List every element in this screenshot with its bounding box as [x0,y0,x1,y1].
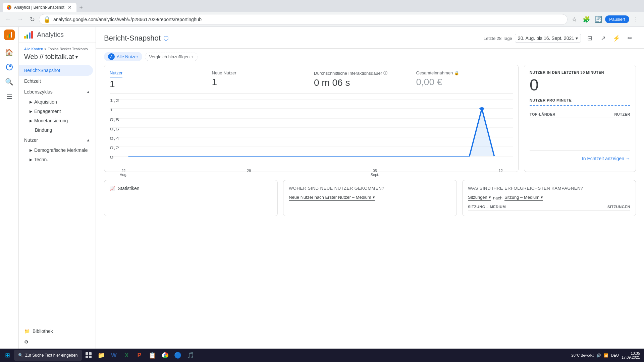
taskbar-powerpoint[interactable]: P [133,349,146,361]
back-button[interactable]: ← [3,14,13,25]
sidebar-item-akquisition[interactable]: ▶ Akquisition [19,97,96,107]
nutzer-title: Nutzer [24,137,38,143]
sidebar-section-lebenszyklus[interactable]: Lebenszyklus ▲ [19,86,96,97]
bookmark-icon[interactable]: ☆ [569,14,580,25]
filter-avatar: A [108,53,115,60]
configure-icon[interactable]: ☰ [3,90,16,103]
browser-tab[interactable]: Analytics | Bericht-Snapshot ✕ [3,3,76,12]
taskbar-app5[interactable]: 📋 [146,349,158,361]
sidebar-item-echtzeit[interactable]: Echtzeit [19,76,93,86]
new-users-card-title: WOHER SIND NEUE NUTZER GEKOMMEN? [289,186,451,191]
akquisition-expand-icon: ▶ [30,100,32,104]
svg-text:0,4: 0,4 [110,136,119,140]
add-comparison-button[interactable]: Vergleich hinzufügen + [145,53,198,61]
taskbar-search-icon: 🔍 [18,353,23,358]
active-filter-chip[interactable]: A Alle Nutzer [104,52,142,61]
sidebar: Analytics Alle Konten > Tobias Becker Te… [19,27,96,362]
main-chart-card: Nutzer 1 Neue Nutzer 1 Durchschnittliche… [104,65,519,172]
taskbar-app8[interactable]: 🎵 [184,349,197,361]
analytics-logo [24,31,33,39]
realtime-count: 0 [530,76,630,94]
compare-icon[interactable]: ⊟ [584,32,596,44]
sitzung-medium-label: Sitzung – Medium [504,195,539,200]
new-users-dropdown[interactable]: Neue Nutzer nach Erster Nutzer – Medium … [289,195,375,201]
realtime-link[interactable]: In Echtzeit anzeigen → [530,150,630,161]
stats-chart-icon: 📈 [110,186,115,191]
account-name: Tobias Becker Testkonto [48,47,88,51]
date-range-picker[interactable]: 20. Aug. bis 16. Sept. 2021 ▾ [515,34,581,43]
report-title-container: Bericht-Snapshot ⬡ [104,34,169,43]
sitzungen-col-header: SITZUNGEN [607,205,630,209]
svg-rect-5 [9,34,10,38]
sidebar-item-monetarisierung[interactable]: ▶ Monetarisierung [19,116,96,125]
chart-x-label-22: 22 Aug. [120,169,127,177]
address-bar[interactable]: 🔒 analytics.google.com/analytics/web/#/p… [39,14,568,25]
sidebar-item-bericht-snapshot[interactable]: Bericht-Snapshot [19,65,93,76]
svg-rect-4 [7,36,8,38]
statistiken-card: 📈 Statistiken [104,180,278,216]
home-icon[interactable]: 🏠 [3,46,16,59]
lock-icon: 🔒 [43,16,51,23]
insights-icon[interactable]: ⚡ [610,32,623,44]
more-options-icon[interactable]: ⋮ [631,14,641,25]
all-accounts-link[interactable]: Alle Konten [24,47,43,51]
sitzungen-dropdown[interactable]: Sitzungen ▾ [468,195,491,201]
info-icon: ⓘ [383,70,387,76]
top-countries-col-label: NUTZER [614,112,630,116]
new-users-dropdown-icon: ▾ [373,195,375,200]
sidebar-item-engagement[interactable]: ▶ Engagement [19,107,96,116]
sidebar-section-nutzer[interactable]: Nutzer ▲ [19,135,96,145]
sitzung-medium-col-header: SITZUNG – MEDIUM [468,205,506,209]
metric-interaktionsdauer[interactable]: Durchschnittliche Interaktionsdauer ⓘ 0 … [309,70,411,89]
edit-icon[interactable]: ✏ [624,32,636,44]
taskbar-explorer[interactable]: 📁 [95,349,107,361]
bottom-section: 📈 Statistiken WOHER SIND NEUE NUTZER GEK… [96,180,644,224]
taskbar-excel[interactable]: X [121,349,133,361]
date-range-dropdown-icon: ▾ [576,36,578,41]
realtime-title: NUTZER IN DEN LETZTEN 30 MINUTEN [530,70,630,74]
date-range-value: 20. Aug. bis 16. Sept. 2021 [518,36,574,41]
sidebar-item-demografische-merkmale[interactable]: ▶ Demografische Merkmale [19,145,96,155]
metric-gesamteinnahmen[interactable]: Gesamteinnahmen 🔒 0,00 € [411,70,513,89]
sidebar-item-bibliothek[interactable]: 📁 Bibliothek [19,326,93,337]
metric-nutzer[interactable]: Nutzer 1 [110,70,207,89]
sync-icon[interactable]: 🔄 [593,14,604,25]
explore-icon[interactable]: 🔍 [3,75,16,88]
extension-icon[interactable]: 🧩 [581,14,592,25]
property-selector[interactable]: Web // tobitalk.at ▾ [24,53,90,61]
taskbar-chrome[interactable] [159,349,171,361]
reports-icon[interactable] [3,60,16,74]
property-dropdown-icon: ▾ [75,54,78,60]
sitzung-medium-dropdown[interactable]: Sitzung – Medium ▾ [504,195,543,201]
app-title: Analytics [37,31,64,39]
nach-label: nach [493,195,502,200]
taskbar-task-view[interactable] [83,349,95,361]
sidebar-item-techn[interactable]: ▶ Techn. [19,155,96,164]
taskbar-clock: 13:35 17.09.2021 [622,351,640,359]
metric-neue-nutzer[interactable]: Neue Nutzer 1 [207,70,309,89]
report-export-icon[interactable]: ⬡ [163,35,169,42]
neue-nutzer-metric-value: 1 [212,77,304,87]
taskbar-word[interactable]: W [108,349,120,361]
chart-x-label-05: 05 Sept. [371,169,379,177]
taskbar-right: 20°C Bewölkt 🔊 📶 DEU 13:35 17.09.2021 [572,351,643,359]
techn-expand-icon: ▶ [30,158,32,162]
share-icon[interactable]: ↗ [597,32,609,44]
taskbar-app7[interactable]: 🔵 [172,349,184,361]
sidebar-item-settings[interactable]: ⚙ [19,337,93,347]
tab-close-button[interactable]: ✕ [67,5,72,10]
sidebar-item-bindung[interactable]: Bindung [19,125,96,135]
svg-point-23 [479,107,484,110]
lebenszyklus-chevron: ▲ [86,89,90,94]
profile-button[interactable]: Pausiert [605,15,629,23]
taskbar-search[interactable]: 🔍 Zur Suche Text hier eingeben [14,350,82,361]
bindung-label: Bindung [35,127,52,133]
main-content: Bericht-Snapshot ⬡ Letzte 28 Tage 20. Au… [96,27,644,362]
nutzer-chevron: ▲ [86,138,90,142]
taskbar-network-icon[interactable]: 📶 [604,353,608,358]
taskbar-volume-icon[interactable]: 🔊 [596,353,601,358]
reload-button[interactable]: ↻ [27,14,38,25]
windows-start-button[interactable]: ⊞ [1,349,13,361]
forward-button[interactable]: → [15,14,25,25]
new-tab-button[interactable]: + [76,3,86,12]
